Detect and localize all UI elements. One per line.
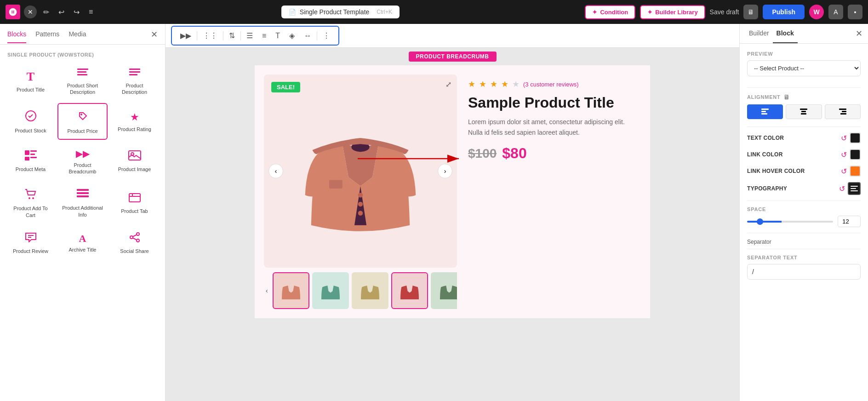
svg-rect-18 [77,192,89,194]
preview-select[interactable]: -- Select Product -- [747,60,861,76]
link-hover-color-swatch[interactable] [850,166,861,177]
sidebar-item-product-short-desc[interactable]: Product Short Description [57,61,108,101]
right-panel-close-button[interactable]: ✕ [856,29,862,39]
price-new: $80 [502,145,526,162]
sidebar-item-label: Product Rating [118,126,151,132]
close-editor-button[interactable]: ✕ [24,6,37,18]
product-breadcrumb-icon: ▶▶ [76,148,90,159]
thumbnail-5[interactable] [431,272,457,309]
product-add-to-cart-icon [24,189,37,202]
link-color-swatch[interactable] [850,149,861,160]
align-center-button[interactable] [786,104,822,119]
sidebar-item-label: Product Review [13,248,48,254]
svg-rect-42 [801,113,806,115]
menu-button[interactable]: ≡ [86,6,96,18]
fill-icon[interactable]: ◈ [286,29,298,43]
thumbnail-4[interactable] [391,272,428,309]
sidebar-item-product-title[interactable]: T Product Title [6,61,56,101]
redo-button[interactable]: ↪ [71,6,82,18]
svg-rect-38 [761,111,766,112]
link-hover-color-controls: ↺ [841,166,861,177]
sidebar-item-product-meta[interactable]: Product Meta [6,142,56,181]
condition-button[interactable]: ✦ Condition [585,5,635,19]
condition-label: Condition [600,9,628,16]
space-input[interactable] [838,216,861,227]
tab-blocks[interactable]: Blocks [7,30,26,43]
svg-rect-10 [30,154,35,155]
sidebar-item-product-additional-info[interactable]: Product Additional Info [57,182,108,224]
svg-rect-40 [800,109,807,110]
prev-image-button[interactable]: ‹ [268,164,283,178]
typography-settings-button[interactable] [848,182,861,195]
thumbnail-2[interactable] [312,272,349,309]
next-image-button[interactable]: › [438,164,452,178]
sidebar-item-label: Product Additional Info [62,205,103,218]
builder-library-button[interactable]: ✦ Builder Library [640,5,705,19]
svg-rect-0 [77,69,88,70]
sidebar-item-product-image[interactable]: Product Image [109,142,160,181]
star-5: ★ [512,79,520,89]
sidebar-item-label: Archive Title [69,246,97,253]
align-right-button[interactable] [825,104,861,119]
sidebar-item-label: Product Title [17,86,45,93]
separator-text-input[interactable] [747,264,861,280]
sidebar-item-product-price[interactable]: Product Price [57,103,108,140]
publish-button[interactable]: Publish [763,5,805,19]
tab-patterns[interactable]: Patterns [35,30,59,43]
fast-forward-icon[interactable]: ▶▶ [177,29,195,43]
sidebar-item-product-review[interactable]: Product Review [6,226,56,260]
align-center-icon[interactable]: ≡ [258,29,270,43]
sidebar-item-social-share[interactable]: Social Share [109,226,160,260]
template-name: Single Product Template [300,8,370,16]
drag-handle-icon[interactable]: ⋮⋮ [199,29,221,43]
tab-block[interactable]: Block [773,24,798,43]
save-draft-button[interactable]: Save draft [710,8,739,16]
svg-rect-8 [25,150,29,155]
tab-media[interactable]: Media [69,30,86,43]
text-color-reset-button[interactable]: ↺ [841,134,847,143]
settings-icon-button[interactable]: ▪ [848,5,862,19]
sidebar-item-product-tab[interactable]: Product Tab [109,182,160,224]
reviews-link[interactable]: (3 customer reviews) [523,81,579,88]
text-icon[interactable]: T [272,29,284,43]
move-updown-icon[interactable]: ⇅ [225,29,239,43]
thumbnail-1[interactable] [273,272,309,309]
typography-row: TYPOGRAPHY ↺ [747,182,861,195]
align-left-button[interactable] [747,104,783,119]
svg-point-16 [32,197,34,199]
link-color-reset-button[interactable]: ↺ [841,150,847,159]
more-options-icon[interactable]: ⋮ [319,29,334,43]
template-pill[interactable]: 📄 Single Product Template Ctrl+K [281,6,400,18]
display-icon-button[interactable]: 🖥 [743,5,758,19]
typography-reset-button[interactable]: ↺ [839,184,845,193]
product-additional-info-icon [77,189,89,202]
link-color-row: LINK COLOR ↺ [747,149,861,160]
right-panel: Builder Block ✕ PREVIEW -- Select Produc… [739,24,868,401]
svg-rect-17 [77,189,89,191]
typography-controls: ↺ [839,182,861,195]
tab-builder[interactable]: Builder [745,24,773,43]
text-color-swatch[interactable] [850,132,861,143]
sidebar-item-product-breadcrumb[interactable]: ▶▶ Product Breadcrumb [57,142,108,181]
svg-rect-45 [840,113,846,115]
align-left-icon[interactable]: ☰ [243,29,257,43]
canvas-scroll[interactable]: SALE! ⤢ ‹ [166,65,739,401]
sidebar-close-button[interactable]: ✕ [151,29,158,44]
undo-button[interactable]: ↩ [56,6,67,18]
edit-icon-button[interactable]: ✏ [40,6,52,18]
link-hover-color-reset-button[interactable]: ↺ [841,167,847,176]
expand-image-button[interactable]: ⤢ [445,80,451,89]
space-slider[interactable] [747,221,833,223]
sidebar-item-product-stock[interactable]: Product Stock [6,103,56,140]
sidebar-item-product-rating[interactable]: ★ Product Rating [109,103,160,140]
thumb-prev-button[interactable]: ‹ [264,285,270,296]
sidebar-item-product-add-to-cart[interactable]: Product Add To Cart [6,182,56,224]
thumbnail-3[interactable] [352,272,388,309]
expand-icon[interactable]: ↔ [300,29,315,43]
sidebar-item-archive-title[interactable]: A Archive Title [57,226,108,260]
product-description: Lorem ipsum dolor sit amet, consectetur … [468,117,641,137]
space-label: SPACE [747,206,861,212]
sidebar-item-product-description[interactable]: Product Description [109,61,160,101]
svg-rect-41 [801,111,806,112]
separator-label: Separator [747,239,861,245]
